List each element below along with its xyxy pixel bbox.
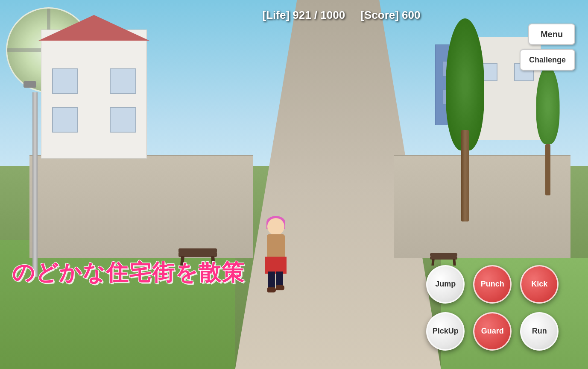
run-label: Run [532,327,547,336]
tree-far-right [537,66,559,195]
life-display: [Life] 921 / 1000 [263,9,345,21]
challenge-button-label: Challenge [529,56,566,65]
player-character [259,218,293,295]
street-lamp-top [23,81,36,88]
char-head [267,218,284,235]
score-display: [Score] 600 [360,9,420,21]
pickup-button[interactable]: PickUp [426,312,465,351]
guard-button[interactable]: Guard [473,312,512,351]
char-body [267,234,285,258]
tree-trunk [461,130,469,221]
japanese-text-overlay: のどかな住宅街を散策 [12,258,245,288]
pickup-label: PickUp [433,327,459,336]
street-lamp-pole [32,92,38,277]
run-button[interactable]: Run [520,312,559,351]
game-viewport: [Life] 921 / 1000 [Score] 600 Menu Chall… [0,0,588,369]
tree-right [448,18,482,221]
building-main [41,30,147,159]
char-shoe-right [276,285,284,290]
jump-button[interactable]: Jump [426,265,465,304]
menu-button-label: Menu [541,30,563,39]
punch-button[interactable]: Punch [473,265,512,304]
challenge-button[interactable]: Challenge [520,49,575,71]
char-leg-right [276,272,283,286]
left-wall [29,155,253,258]
char-leg-left [268,272,275,289]
char-skirt [265,257,287,274]
jump-label: Jump [435,280,456,289]
kick-button[interactable]: Kick [520,265,559,304]
punch-label: Punch [481,280,504,289]
building-roof [38,15,149,41]
char-shoe-left [267,287,276,292]
menu-button[interactable]: Menu [528,24,575,45]
guard-label: Guard [481,327,504,336]
bench-right [429,248,459,266]
hud-stats: [Life] 921 / 1000 [Score] 600 [263,9,421,22]
kick-label: Kick [531,280,547,289]
action-buttons-container: Jump Punch Kick PickUp Guard Run [426,265,559,351]
